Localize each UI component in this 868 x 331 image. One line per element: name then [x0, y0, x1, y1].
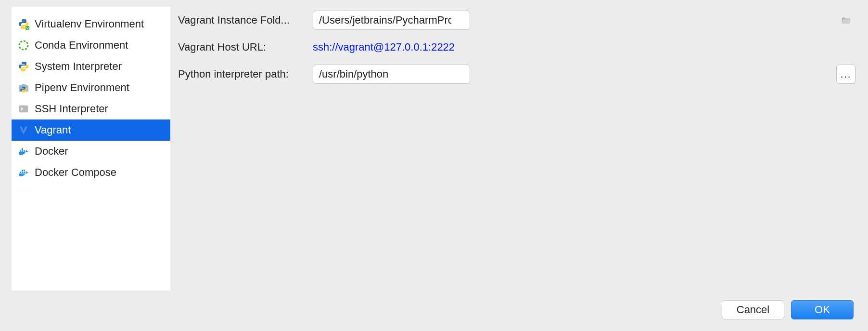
- sidebar-item-ssh[interactable]: SSH Interpreter: [12, 98, 170, 119]
- host-url-value: ssh://vagrant@127.0.0.1:2222: [313, 41, 455, 53]
- svg-rect-10: [22, 172, 23, 173]
- dialog-footer: Cancel OK: [0, 297, 868, 331]
- docker-compose-icon: [17, 166, 30, 179]
- ok-label: OK: [815, 304, 830, 316]
- host-url-label: Vagrant Host URL:: [178, 41, 313, 53]
- cancel-button[interactable]: Cancel: [722, 300, 784, 319]
- ellipsis-label: ...: [841, 69, 852, 80]
- svg-text:V: V: [26, 26, 29, 30]
- vagrant-icon: [17, 124, 30, 136]
- python-venv-icon: V: [17, 18, 30, 30]
- ok-button[interactable]: OK: [791, 300, 854, 319]
- sidebar-item-label: Docker Compose: [35, 166, 116, 179]
- svg-rect-12: [22, 170, 23, 171]
- svg-rect-7: [24, 150, 25, 152]
- sidebar-item-label: Docker: [35, 145, 68, 158]
- interpreter-path-input[interactable]: [313, 65, 470, 84]
- sidebar-item-label: Conda Environment: [35, 39, 128, 52]
- pipenv-icon: [17, 81, 30, 94]
- ssh-icon: [17, 103, 30, 115]
- browse-folder-icon[interactable]: [840, 14, 852, 26]
- sidebar-item-virtualenv[interactable]: V Virtualenv Environment: [12, 13, 170, 35]
- vagrant-settings-panel: Vagrant Instance Fold... Vagrant H: [170, 0, 868, 297]
- sidebar-item-label: Virtualenv Environment: [35, 18, 144, 30]
- browse-interpreter-button[interactable]: ...: [836, 65, 855, 84]
- sidebar-item-label: Pipenv Environment: [35, 81, 129, 94]
- sidebar-item-label: System Interpreter: [35, 60, 122, 73]
- interpreter-path-label: Python interpreter path:: [178, 68, 313, 80]
- interpreter-type-list: V Virtualenv Environment Conda Environme…: [12, 7, 170, 291]
- svg-rect-13: [24, 170, 25, 171]
- sidebar-item-vagrant[interactable]: Vagrant: [12, 119, 170, 141]
- svg-rect-9: [20, 172, 21, 173]
- docker-icon: [17, 145, 30, 158]
- svg-rect-4: [19, 106, 28, 113]
- sidebar-item-pipenv[interactable]: Pipenv Environment: [12, 77, 170, 98]
- sidebar-item-docker-compose[interactable]: Docker Compose: [12, 162, 170, 183]
- svg-point-2: [19, 41, 28, 50]
- sidebar-item-conda[interactable]: Conda Environment: [12, 35, 170, 56]
- sidebar-item-label: SSH Interpreter: [35, 103, 108, 115]
- cancel-label: Cancel: [737, 304, 769, 316]
- python-icon: [17, 60, 30, 73]
- svg-rect-11: [24, 172, 25, 173]
- conda-icon: [17, 39, 30, 52]
- instance-folder-label: Vagrant Instance Fold...: [178, 14, 313, 26]
- instance-folder-input[interactable]: [313, 11, 470, 30]
- sidebar-item-system[interactable]: System Interpreter: [12, 56, 170, 77]
- svg-rect-6: [22, 150, 23, 152]
- sidebar-item-docker[interactable]: Docker: [12, 141, 170, 162]
- svg-rect-8: [22, 148, 23, 150]
- svg-rect-5: [20, 150, 21, 152]
- sidebar-item-label: Vagrant: [35, 124, 71, 136]
